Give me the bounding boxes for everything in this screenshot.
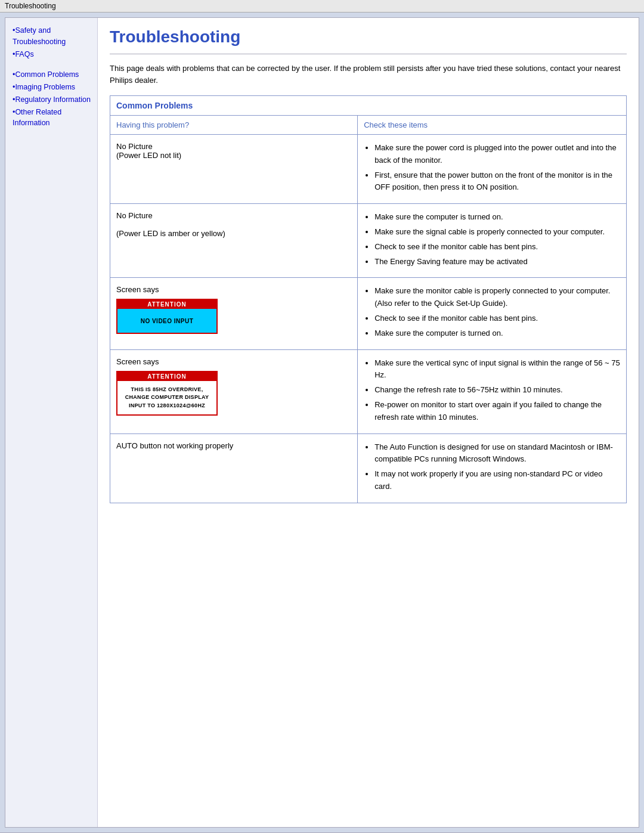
sidebar-group-1: •Safety and Troubleshooting •FAQs xyxy=(10,25,92,60)
check-cell: The Auto Function is designed for use on… xyxy=(358,434,626,503)
check-item: The Energy Saving feature may be activat… xyxy=(374,256,620,268)
check-item: Make sure the vertical sync of input sig… xyxy=(374,357,620,382)
table-row: Screen says ATTENTION NO VIDEO INPUT xyxy=(110,278,626,349)
check-item: The Auto Function is designed for use on… xyxy=(374,441,620,466)
check-item: Change the refresh rate to 56~75Hz withi… xyxy=(374,384,620,397)
sidebar-item-common[interactable]: •Common Problems xyxy=(10,69,92,80)
problems-table: Common Problems Having this problem? Che… xyxy=(110,95,627,503)
attention-header: ATTENTION xyxy=(117,300,216,309)
table-row: AUTO button not working properly The Aut… xyxy=(110,434,626,503)
sidebar: •Safety and Troubleshooting •FAQs •Commo… xyxy=(5,18,98,827)
problem-cell: Screen says ATTENTION NO VIDEO INPUT xyxy=(110,278,358,349)
sidebar-item-faqs[interactable]: •FAQs xyxy=(10,49,92,60)
check-item: Check to see if the monitor cable has be… xyxy=(374,312,620,325)
check-item: First, ensure that the power button on t… xyxy=(374,169,620,194)
problem-cell: No Picture(Power LED is amber or yellow) xyxy=(110,204,358,277)
check-item: Make sure the monitor cable is properly … xyxy=(374,285,620,310)
problem-cell: No Picture(Power LED not lit) xyxy=(110,135,358,203)
check-item: It may not work properly if you are usin… xyxy=(374,468,620,493)
attention-box-cyan: ATTENTION NO VIDEO INPUT xyxy=(116,299,218,334)
problem-cell: AUTO button not working properly xyxy=(110,434,358,503)
column-headers: Having this problem? Check these items xyxy=(110,116,626,135)
check-item: Check to see if the monitor cable has be… xyxy=(374,241,620,253)
attention-header: ATTENTION xyxy=(117,372,216,381)
check-item: Make sure the signal cable is properly c… xyxy=(374,226,620,239)
check-cell: Make sure the monitor cable is properly … xyxy=(358,278,626,349)
sidebar-group-2: •Common Problems •Imaging Problems •Regu… xyxy=(10,69,92,129)
sidebar-item-other[interactable]: •Other Related Information xyxy=(10,107,92,129)
check-item: Re-power on monitor to start over again … xyxy=(374,399,620,424)
attention-body-white: THIS IS 85HZ OVERDRIVE,CHANGE COMPUTER D… xyxy=(117,381,216,415)
title-bar-text: Troubleshooting xyxy=(5,2,56,10)
intro-text: This page deals with problems that can b… xyxy=(110,63,627,86)
check-item: Make sure the power cord is plugged into… xyxy=(374,142,620,167)
attention-body: NO VIDEO INPUT xyxy=(117,309,216,333)
sidebar-item-regulatory[interactable]: •Regulatory Information xyxy=(10,94,92,106)
attention-box-white: ATTENTION THIS IS 85HZ OVERDRIVE,CHANGE … xyxy=(116,371,218,416)
check-cell: Make sure the power cord is plugged into… xyxy=(358,135,626,203)
page-title: Troubleshooting xyxy=(110,27,627,47)
title-divider xyxy=(110,54,627,54)
col-header-problem: Having this problem? xyxy=(110,116,358,134)
check-cell: Make sure the computer is turned on. Mak… xyxy=(358,204,626,277)
table-header: Common Problems xyxy=(110,96,626,116)
table-row: Screen says ATTENTION THIS IS 85HZ OVERD… xyxy=(110,350,626,434)
sidebar-item-imaging[interactable]: •Imaging Problems xyxy=(10,82,92,93)
check-cell: Make sure the vertical sync of input sig… xyxy=(358,350,626,433)
check-item: Make sure the computer is turned on. xyxy=(374,327,620,340)
check-item: Make sure the computer is turned on. xyxy=(374,211,620,224)
main-content: Troubleshooting This page deals with pro… xyxy=(98,18,639,827)
title-bar: Troubleshooting xyxy=(0,0,644,13)
table-row: No Picture(Power LED not lit) Make sure … xyxy=(110,135,626,204)
problem-cell: Screen says ATTENTION THIS IS 85HZ OVERD… xyxy=(110,350,358,433)
sidebar-item-safety[interactable]: •Safety and Troubleshooting xyxy=(10,25,92,48)
col-header-check: Check these items xyxy=(358,116,626,134)
table-row: No Picture(Power LED is amber or yellow)… xyxy=(110,204,626,278)
